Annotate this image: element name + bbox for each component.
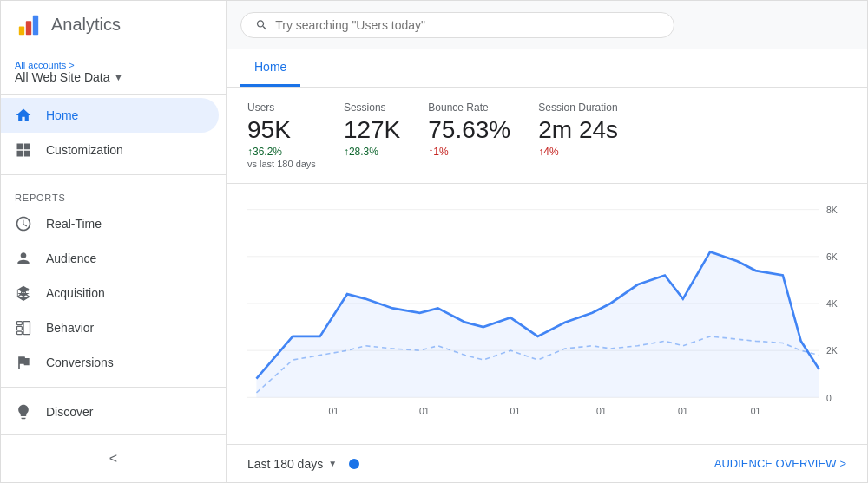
customization-icon <box>15 141 32 159</box>
tab-bar: Home <box>227 49 867 88</box>
chart-container: 8K 6K 4K 2K 0 01 Oct 01 Nov <box>227 184 867 444</box>
sidebar-item-audience-label: Audience <box>46 251 96 265</box>
sidebar-item-audience[interactable]: Audience <box>1 241 219 276</box>
sidebar-header: Analytics <box>1 1 226 49</box>
sidebar-bottom: < <box>1 434 226 482</box>
nav-divider <box>1 174 226 175</box>
content-area: Home Users 95K ↑36.2% vs last 180 days S… <box>227 49 867 482</box>
sidebar: Analytics All accounts > All Web Site Da… <box>1 1 227 482</box>
session-duration-change: ↑4% <box>538 146 618 158</box>
sidebar-item-realtime-label: Real-Time <box>46 217 102 231</box>
account-name[interactable]: All Web Site Data ▼ <box>15 70 212 84</box>
sidebar-item-discover-label: Discover <box>46 405 93 419</box>
sidebar-item-discover[interactable]: Discover <box>1 395 219 429</box>
bounce-rate-value: 75.63% <box>428 117 510 144</box>
svg-rect-1 <box>26 21 31 35</box>
sidebar-item-home[interactable]: Home <box>1 98 219 133</box>
svg-rect-6 <box>17 331 23 334</box>
top-bar <box>227 1 867 49</box>
svg-text:4K: 4K <box>826 298 838 309</box>
sidebar-item-home-label: Home <box>46 108 78 122</box>
sidebar-item-behavior[interactable]: Behavior <box>1 310 219 345</box>
users-subtitle: vs last 180 days <box>247 159 316 169</box>
session-duration-label: Session Duration <box>538 101 618 114</box>
audience-overview-link[interactable]: AUDIENCE OVERVIEW > <box>714 457 846 470</box>
analytics-chart: 8K 6K 4K 2K 0 01 Oct 01 Nov <box>247 191 846 416</box>
metric-session-duration: Session Duration 2m 24s ↑4% <box>538 101 618 169</box>
nav-divider-2 <box>1 387 226 388</box>
sidebar-item-behavior-label: Behavior <box>46 321 94 335</box>
svg-text:0: 0 <box>826 392 832 402</box>
sidebar-item-realtime[interactable]: Real-Time <box>1 206 219 241</box>
bottom-bar: Last 180 days ▼ AUDIENCE OVERVIEW > <box>227 444 867 482</box>
collapse-button[interactable]: < <box>1 442 226 475</box>
search-box[interactable] <box>240 12 674 38</box>
main-content: Home Users 95K ↑36.2% vs last 180 days S… <box>227 1 867 482</box>
sessions-label: Sessions <box>344 101 400 114</box>
sidebar-item-acquisition-label: Acquisition <box>46 286 105 300</box>
users-value: 95K <box>247 117 316 144</box>
nav-items: Home Customization REPORTS <box>1 95 226 434</box>
sidebar-item-acquisition[interactable]: Acquisition <box>1 276 219 310</box>
date-range-selector[interactable]: Last 180 days ▼ <box>247 457 359 471</box>
svg-text:Oct: Oct <box>326 414 340 416</box>
reports-section-label: REPORTS <box>1 182 226 206</box>
svg-text:Nov: Nov <box>417 414 433 416</box>
svg-rect-2 <box>33 15 38 34</box>
acquisition-icon <box>15 284 32 302</box>
audience-overview-arrow: > <box>839 457 846 470</box>
svg-rect-0 <box>19 26 24 35</box>
date-range-dropdown-icon: ▼ <box>328 459 337 468</box>
collapse-icon: < <box>109 451 117 467</box>
clock-icon <box>15 215 32 232</box>
search-input[interactable] <box>275 18 660 32</box>
bounce-rate-label: Bounce Rate <box>428 101 510 114</box>
sidebar-item-customization-label: Customization <box>46 143 123 157</box>
home-icon <box>15 107 32 124</box>
account-dropdown-arrow: ▼ <box>113 71 123 83</box>
users-change: ↑36.2% <box>247 146 316 158</box>
metric-sessions: Sessions 127K ↑28.3% <box>344 101 400 169</box>
lightbulb-icon <box>15 403 32 421</box>
date-range-label: Last 180 days <box>247 457 323 471</box>
metric-users: Users 95K ↑36.2% vs last 180 days <box>247 101 316 169</box>
sidebar-item-conversions-label: Conversions <box>46 356 114 369</box>
audience-overview-label: AUDIENCE OVERVIEW <box>714 457 837 470</box>
analytics-logo <box>15 11 43 39</box>
account-selector[interactable]: All accounts > All Web Site Data ▼ <box>1 49 226 95</box>
main-line-fill <box>256 251 819 397</box>
date-dot <box>349 459 359 469</box>
svg-rect-4 <box>17 322 23 325</box>
svg-rect-5 <box>17 326 23 330</box>
svg-text:2K: 2K <box>826 345 838 356</box>
sidebar-item-customization[interactable]: Customization <box>1 133 219 167</box>
svg-text:Jan: Jan <box>594 414 608 416</box>
metrics-row: Users 95K ↑36.2% vs last 180 days Sessio… <box>227 88 867 184</box>
person-icon <box>15 250 32 267</box>
search-icon <box>255 18 268 32</box>
all-accounts-breadcrumb: All accounts > <box>15 60 212 70</box>
svg-text:Feb: Feb <box>675 414 691 416</box>
svg-rect-7 <box>23 322 30 335</box>
flag-icon <box>15 354 32 371</box>
session-duration-value: 2m 24s <box>538 117 618 144</box>
tab-home[interactable]: Home <box>240 49 300 87</box>
svg-text:Mar: Mar <box>747 414 763 416</box>
svg-text:Dec: Dec <box>507 414 523 416</box>
metric-bounce-rate: Bounce Rate 75.63% ↑1% <box>428 101 510 169</box>
svg-text:6K: 6K <box>826 251 838 262</box>
sessions-change: ↑28.3% <box>344 146 400 158</box>
users-label: Users <box>247 101 316 114</box>
sidebar-item-conversions[interactable]: Conversions <box>1 345 219 380</box>
bounce-rate-change: ↑1% <box>428 146 510 158</box>
app-title: Analytics <box>51 15 121 35</box>
behavior-icon <box>15 319 32 336</box>
sessions-value: 127K <box>344 117 400 144</box>
svg-text:8K: 8K <box>826 205 838 215</box>
